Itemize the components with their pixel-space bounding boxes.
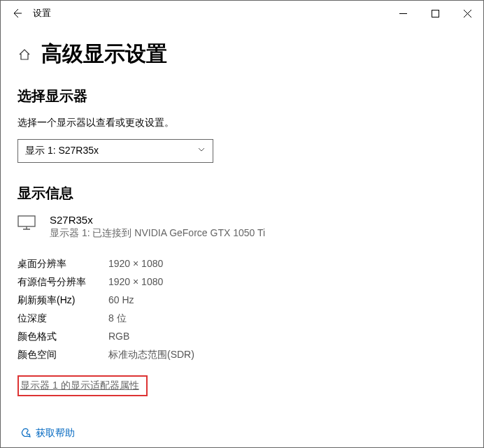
close-button[interactable] (451, 1, 483, 25)
info-row: 颜色格式RGB (17, 328, 194, 346)
display-selector-value: 显示 1: S27R35x (25, 145, 99, 157)
info-label: 位深度 (17, 310, 108, 328)
adapter-properties-link[interactable]: 显示器 1 的显示适配器属性 (17, 375, 148, 396)
monitor-icon (17, 215, 37, 231)
info-row: 有源信号分辨率1920 × 1080 (17, 273, 194, 291)
svg-rect-0 (432, 10, 439, 17)
maximize-button[interactable] (419, 1, 451, 25)
info-label: 颜色空间 (17, 346, 108, 364)
info-label: 颜色格式 (17, 328, 108, 346)
info-label: 有源信号分辨率 (17, 273, 108, 291)
get-help-link[interactable]: 获取帮助 (17, 427, 467, 440)
minimize-button[interactable] (387, 1, 419, 25)
select-display-subtitle: 选择一个显示器以查看或更改设置。 (17, 117, 467, 129)
info-label: 桌面分辨率 (17, 255, 108, 273)
home-icon[interactable] (17, 48, 31, 62)
display-info-table: 桌面分辨率1920 × 1080有源信号分辨率1920 × 1080刷新频率(H… (17, 255, 194, 364)
info-value: 标准动态范围(SDR) (108, 346, 194, 364)
info-row: 位深度8 位 (17, 310, 194, 328)
display-selector-dropdown[interactable]: 显示 1: S27R35x (17, 139, 213, 163)
arrow-left-icon (11, 8, 22, 19)
info-label: 刷新频率(Hz) (17, 291, 108, 310)
close-icon (464, 10, 471, 17)
svg-rect-1 (18, 216, 35, 226)
info-row: 颜色空间标准动态范围(SDR) (17, 346, 194, 364)
content-area: 高级显示设置 选择显示器 选择一个显示器以查看或更改设置。 显示 1: S27R… (1, 40, 483, 448)
app-title: 设置 (29, 7, 51, 20)
select-display-heading: 选择显示器 (17, 87, 467, 106)
info-row: 刷新频率(Hz)60 Hz (17, 291, 194, 310)
help-icon (17, 428, 36, 439)
monitor-summary: S27R35x 显示器 1: 已连接到 NVIDIA GeForce GTX 1… (17, 214, 467, 240)
back-button[interactable] (5, 1, 29, 25)
info-value: 1920 × 1080 (108, 255, 194, 273)
maximize-icon (432, 10, 439, 17)
get-help-label: 获取帮助 (36, 427, 75, 440)
display-info-heading: 显示信息 (17, 184, 467, 203)
minimize-icon (399, 10, 407, 17)
info-value: 60 Hz (108, 291, 194, 310)
chevron-down-icon (197, 145, 206, 154)
page-title: 高级显示设置 (41, 40, 167, 68)
monitor-connection: 显示器 1: 已连接到 NVIDIA GeForce GTX 1050 Ti (50, 227, 265, 240)
monitor-name: S27R35x (50, 214, 265, 226)
info-value: 8 位 (108, 310, 194, 328)
info-value: 1920 × 1080 (108, 273, 194, 291)
info-row: 桌面分辨率1920 × 1080 (17, 255, 194, 273)
info-value: RGB (108, 328, 194, 346)
titlebar: 设置 (1, 1, 483, 26)
